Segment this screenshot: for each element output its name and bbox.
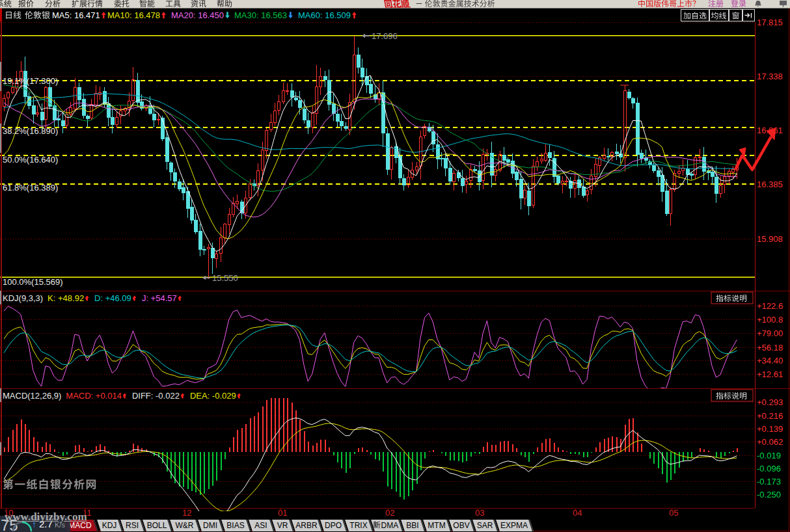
svg-text:61.8%(16.389): 61.8%(16.389) bbox=[3, 183, 58, 193]
svg-text:17.338: 17.338 bbox=[757, 72, 783, 81]
svg-text:19.1%(17.300): 19.1%(17.300) bbox=[3, 76, 58, 86]
svg-text:DIFF: -0.022: DIFF: -0.022 bbox=[132, 391, 180, 401]
svg-text:MA5: 16.471: MA5: 16.471 bbox=[52, 10, 100, 20]
svg-text:12: 12 bbox=[182, 508, 191, 518]
svg-text:+0.139: +0.139 bbox=[757, 424, 783, 434]
svg-text:MA30: 16.563: MA30: 16.563 bbox=[234, 10, 287, 20]
svg-text:-0.019: -0.019 bbox=[757, 451, 781, 460]
svg-text:04: 04 bbox=[573, 508, 582, 518]
svg-text:+79.00: +79.00 bbox=[757, 328, 783, 338]
svg-text:-0.096: -0.096 bbox=[757, 464, 781, 473]
svg-text:-0.173: -0.173 bbox=[757, 477, 781, 486]
svg-text:J: +54.57: J: +54.57 bbox=[142, 293, 177, 303]
svg-text:DEA: -0.029: DEA: -0.029 bbox=[190, 391, 236, 401]
svg-text:17.815: 17.815 bbox=[757, 18, 783, 27]
svg-text:05: 05 bbox=[669, 508, 678, 518]
svg-text:KDJ(9,3,3): KDJ(9,3,3) bbox=[3, 293, 43, 303]
svg-text:-0.250: -0.250 bbox=[757, 490, 781, 499]
svg-text:MACD(12,26,9): MACD(12,26,9) bbox=[3, 391, 61, 401]
svg-text:15.550: 15.550 bbox=[212, 273, 238, 283]
svg-text:+0.293: +0.293 bbox=[757, 397, 783, 407]
svg-text:50.0%(16.640): 50.0%(16.640) bbox=[3, 155, 58, 165]
svg-text:100.0%(15.569): 100.0%(15.569) bbox=[3, 277, 63, 287]
svg-text:+34.40: +34.40 bbox=[757, 356, 783, 366]
svg-text:03: 03 bbox=[475, 508, 484, 518]
svg-text:MA10: 16.478: MA10: 16.478 bbox=[107, 10, 160, 20]
svg-text:02: 02 bbox=[385, 508, 394, 518]
svg-text:+122.6: +122.6 bbox=[757, 301, 783, 311]
svg-text:16.385: 16.385 bbox=[757, 180, 783, 189]
svg-text:MACD: +0.014: MACD: +0.014 bbox=[66, 391, 122, 401]
svg-text:+100.8: +100.8 bbox=[757, 315, 783, 325]
svg-text:38.2%(16.890): 38.2%(16.890) bbox=[3, 126, 58, 136]
svg-text:01: 01 bbox=[278, 508, 287, 518]
svg-text:17.696: 17.696 bbox=[372, 31, 398, 41]
svg-text:MA20: 16.450: MA20: 16.450 bbox=[171, 10, 224, 20]
svg-text:DMA: DMA bbox=[381, 521, 399, 530]
svg-text:+56.18: +56.18 bbox=[757, 343, 783, 352]
svg-text:D: +46.09: D: +46.09 bbox=[94, 293, 131, 303]
svg-text:+12.61: +12.61 bbox=[757, 369, 783, 379]
svg-text:+0.062: +0.062 bbox=[757, 437, 783, 447]
svg-text:MA60: 16.509: MA60: 16.509 bbox=[298, 10, 351, 20]
svg-text:15.908: 15.908 bbox=[757, 234, 783, 244]
svg-text:K: +48.92: K: +48.92 bbox=[48, 293, 84, 303]
svg-text:+0.216: +0.216 bbox=[757, 411, 783, 421]
